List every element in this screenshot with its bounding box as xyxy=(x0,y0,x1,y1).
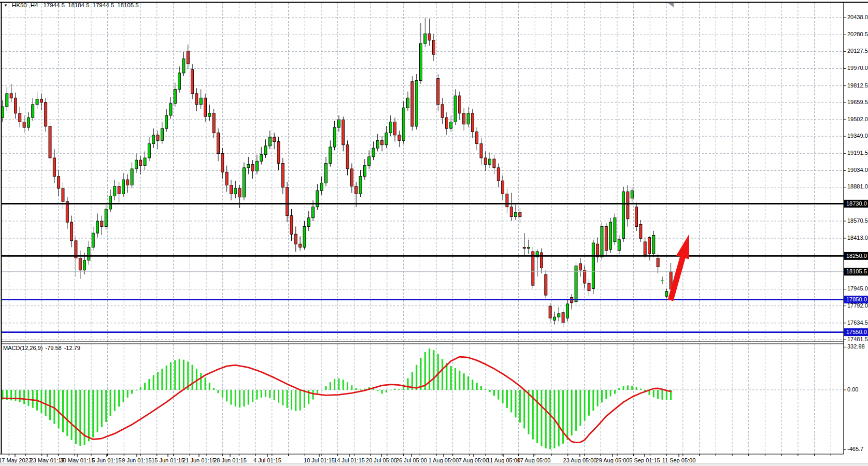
price-axis-label: 19349.0 xyxy=(847,133,868,139)
price-axis-label: 17634.5 xyxy=(847,319,868,326)
price-axis-label: 19812.5 xyxy=(847,82,868,89)
candles xyxy=(2,18,673,327)
price-axis-label: 19034.0 xyxy=(847,167,868,173)
window-bottom-edge xyxy=(0,463,868,466)
symbol-period-label: HK50-,H4 xyxy=(12,2,38,8)
price-tag-label: 18105.5 xyxy=(846,268,867,274)
macd-axis-label: -465.7 xyxy=(847,446,863,452)
price-axis-label: 19970.0 xyxy=(847,65,868,71)
macd-histogram xyxy=(2,348,672,449)
price-axis-label: 20280.5 xyxy=(847,31,868,37)
price-axis: 20438.020280.520127.519970.019812.519659… xyxy=(844,14,868,342)
horizontal-lines xyxy=(2,203,844,332)
candlestick-chart[interactable]: 20438.020280.520127.519970.019812.519659… xyxy=(0,0,868,466)
expand-arrow-icon[interactable]: ▼ xyxy=(4,3,8,8)
macd-name: MACD(12,26,9) xyxy=(3,345,42,351)
price-axis-label: 18881.0 xyxy=(847,183,868,190)
price-tag-label: 18730.0 xyxy=(846,200,867,207)
price-axis-label: 17481.5 xyxy=(847,336,868,342)
price-tag-label: 17550.0 xyxy=(846,329,867,335)
macd-signal-value: -12.79 xyxy=(64,345,80,351)
ohlc-low: 17944.5 xyxy=(93,2,115,8)
price-tag-label: 17850.0 xyxy=(846,296,867,302)
trading-chart-window: 20438.020280.520127.519970.019812.519659… xyxy=(0,0,868,466)
price-axis-label: 20127.5 xyxy=(847,48,868,54)
grid xyxy=(2,3,844,456)
price-axis-label: 19659.5 xyxy=(847,99,868,105)
price-axis-label: 18570.5 xyxy=(847,217,868,224)
macd-axis: 332.980.00-465.7 xyxy=(844,343,865,452)
price-axis-label: 17945.0 xyxy=(847,285,868,292)
price-axis-label: 20438.0 xyxy=(847,14,868,20)
time-axis: 17 May 202323 May 01:1530 May 01:155 Jun… xyxy=(0,454,695,463)
ohlc-close: 18105.5 xyxy=(117,2,139,8)
chart-shift-marker-icon[interactable] xyxy=(667,3,674,7)
ohlc-open: 17944.5 xyxy=(43,2,65,8)
price-tag-label: 18250.0 xyxy=(846,253,867,259)
macd-axis-label: 0.00 xyxy=(847,386,858,392)
price-axis-label: 18413.0 xyxy=(847,235,868,241)
macd-signal-line xyxy=(3,357,671,443)
macd-axis-label: 332.98 xyxy=(847,343,865,350)
macd-indicator-label: MACD(12,26,9) -79.58 -12.79 xyxy=(3,345,80,351)
symbol-info-bar: ▼ HK50-,H4 17944.5 18184.5 17944.5 18105… xyxy=(4,2,139,8)
price-axis-label: 19191.5 xyxy=(847,150,868,156)
macd-main-value: -79.58 xyxy=(45,345,61,351)
ohlc-high: 18184.5 xyxy=(68,2,90,8)
price-axis-label: 19502.0 xyxy=(847,116,868,122)
